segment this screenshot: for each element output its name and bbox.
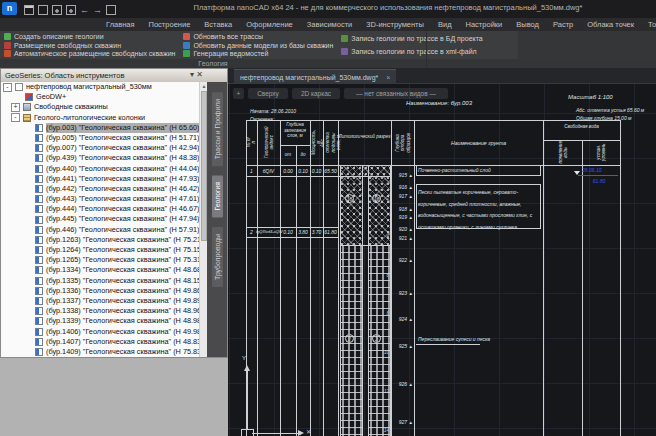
tree-item-label: Свободные скважины [34,102,108,112]
tree-item-geodw[interactable]: GeoDW+ [1,92,199,102]
ucs-y-label: Y [242,355,246,361]
ribbon-button[interactable]: Запись геологии по трассе в БД проекта [341,34,482,43]
tree-item-geo-columns[interactable]: -Геолого-литологические колонки [1,113,199,123]
tree-item-borehole-8[interactable]: (бур.444) "Геологическая скважина" (Н 46… [1,204,199,214]
ucs-y-axis [247,371,248,429]
ribbon-tab-Главная[interactable]: Главная [100,19,141,30]
tree-item-borehole-21[interactable]: (бур.1407) "Геологическая скважина" (Н 4… [1,337,199,347]
open-folder-icon[interactable] [38,5,48,15]
ribbon-button[interactable]: Размещение свободных скважин [4,41,175,50]
tree-item-borehole-22[interactable]: (бур.1409) "Геологическая скважина" (Н 7… [1,347,199,357]
col-header-depth-group: Глубина залегания слоя, м [280,122,310,139]
bottom-left-area [0,358,228,436]
undo-icon[interactable]: ← [80,5,89,15]
tree-item-borehole-11[interactable]: (бур.1263) "Геологическая скважина" (Н 7… [1,235,199,245]
ribbon-tab-Настройки[interactable]: Настройки [460,19,509,30]
ribbon-button[interactable]: Запись геологии по трассе в xml-файл [341,47,482,56]
ribbon-tab-Облака точек[interactable]: Облака точек [581,19,640,30]
sample-mark: 915 ▲ [393,172,413,178]
collapse-icon[interactable]: - [3,83,12,92]
table-row-line [246,237,338,238]
tree-item-free-wells[interactable]: +Свободные скважины [1,102,199,112]
sample-number: 919 [399,214,409,220]
col-header-samples: Глубина отбора образцов [391,120,414,165]
ribbon-button-label: Автоматическое размещение свободных сква… [14,50,175,57]
ribbon-tab-Растр[interactable]: Растр [547,19,579,30]
col-header-soil: Наименование грунта [414,140,543,146]
redo-icon[interactable]: → [93,5,102,15]
tree-item-borehole-5[interactable]: (бур.441) "Геологическая скважина" (Н 47… [1,174,199,184]
close-icon[interactable]: ✕ [196,70,203,79]
ribbon-button[interactable]: Генерация ведомостей [183,49,333,58]
view-direction-button[interactable]: Сверху [248,88,288,99]
viewport-menu-button[interactable]: + [233,88,244,99]
ribbon-button[interactable]: Обновить все трассы [183,32,333,41]
auto-place-free-wells-icon [4,50,11,57]
tree-item-borehole-19[interactable]: (бур.1339) "Геологическая скважина" (Н 4… [1,316,199,326]
sample-number: 925 [399,343,409,349]
tree-item-borehole-4[interactable]: (бур.440) "Геологическая скважина" (Н 44… [1,164,199,174]
tree-item-borehole-15[interactable]: (бур.1335) "Геологическая скважина" (Н 4… [1,276,199,286]
linked-views-button[interactable]: — нет связанных видов — [344,88,448,99]
ribbon-tab-Вид[interactable]: Вид [432,19,458,30]
tree-item-borehole-18[interactable]: (бур.1338) "Геологическая скважина" (Н 4… [1,306,199,316]
visual-style-button[interactable]: 2D каркас [292,88,340,99]
ribbon-tab-Построение[interactable]: Построение [143,19,197,30]
tree-item-borehole-20[interactable]: (бур.1406) "Геологическая скважина" (Н 4… [1,327,199,337]
collapse-icon[interactable]: - [11,113,20,122]
sample-number: 922 [399,257,409,263]
sample-mark-icon: ▲ [409,344,413,349]
side-tab-Геология[interactable]: Геология [212,175,223,217]
tree-scrollbar[interactable]: ▲ [199,82,207,357]
ribbon-button[interactable]: Создать описание геологии [4,32,175,41]
tree-item-borehole-3[interactable]: (бур.439) "Геологическая скважина" (Н 48… [1,153,199,163]
free-icon [23,103,31,111]
save-all-icon[interactable] [66,5,76,15]
print-icon[interactable] [106,5,116,15]
ribbon-button[interactable]: Автоматическое размещение свободных сква… [4,49,175,58]
tree-item-borehole-9[interactable]: (бур.445) "Геологическая скважина" (Н 47… [1,214,199,224]
tree-item-label: (бур.1337) "Геологическая скважина" (Н 4… [46,296,199,306]
ribbon-button[interactable]: Обновить данные модели из базы скважин [183,41,333,50]
tree-item-borehole-10[interactable]: (бур.446) "Геологическая скважина" (Н 57… [1,225,199,235]
side-tab-Трассы и Профили[interactable]: Трассы и Профили [212,92,223,166]
ribbon-tab-Топоплан[interactable]: Топоплан [642,19,656,30]
litho-layer3-hatch-right [368,245,390,436]
tree-item-borehole-0[interactable]: (бур.003) "Геологическая скважина" (Н 65… [1,123,199,133]
row2-thickness: 3.70 [310,229,323,235]
nanocad-logo-icon[interactable]: n [2,2,17,15]
ribbon-tab-Зависимости[interactable]: Зависимости [301,19,359,30]
save-icon[interactable] [52,5,62,15]
ribbon-tab-3D-инструменты[interactable]: 3D-инструменты [360,19,430,30]
quick-access-toolbar: ←→ [22,2,118,16]
borehole-icon [35,307,43,315]
tree-item-borehole-13[interactable]: (бур.1265) "Геологическая скважина" (Н 7… [1,255,199,265]
ribbon-tab-Оформление[interactable]: Оформление [240,19,299,30]
tree-item-borehole-2[interactable]: (бур.007) "Геологическая скважина" (Н 42… [1,143,199,153]
tree-item-borehole-7[interactable]: (бур.443) "Геологическая скважина" (Н 47… [1,194,199,204]
new-file-icon[interactable] [24,5,34,15]
sample-mark: 919 ▲ [393,214,413,220]
borehole-icon [35,124,43,132]
tree-item-label: (бур.005) "Геологическая скважина" (Н 51… [46,133,199,143]
expand-icon[interactable]: + [11,103,20,112]
ribbon-tab-Вывод[interactable]: Вывод [510,19,545,30]
tree-item-borehole-17[interactable]: (бур.1337) "Геологическая скважина" (Н 4… [1,296,199,306]
tree-item-borehole-16[interactable]: (бур.1336) "Геологическая скважина" (Н 4… [1,286,199,296]
sample-number: 916 [399,184,409,190]
tree-item-root[interactable]: -нефтепровод магистральный_530мм [1,82,199,92]
pin-icon[interactable]: ▾ [190,70,194,79]
side-tab-Трубопроводы[interactable]: Трубопроводы [212,227,223,287]
litho-layer2-hatch-left [340,176,362,245]
sample-mark-icon: ▲ [409,236,413,241]
row2-to: 3.80 [296,229,310,235]
tree-item-borehole-14[interactable]: (бур.1334) "Геологическая скважина" (Н 4… [1,265,199,275]
generate-sheets-icon [183,50,190,57]
row1-thickness: 0.10 [310,168,323,174]
ribbon-tab-Вставка[interactable]: Вставка [198,19,238,30]
drawing-canvas[interactable]: нефтепровод магистральный_530мм.dwg*× 91… [228,68,656,436]
tree-item-label: (бур.444) "Геологическая скважина" (Н 46… [46,204,199,214]
tree-item-borehole-1[interactable]: (бур.005) "Геологическая скважина" (Н 51… [1,133,199,143]
tree-item-borehole-12[interactable]: (бур.1264) "Геологическая скважина" (Н 7… [1,245,199,255]
tree-item-borehole-6[interactable]: (бур.442) "Геологическая скважина" (Н 46… [1,184,199,194]
